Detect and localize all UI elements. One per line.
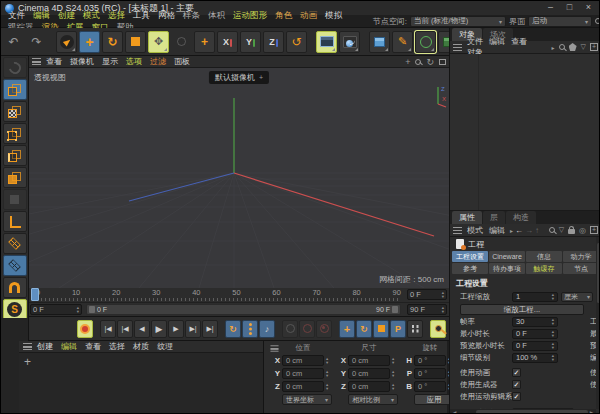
spinner-icon[interactable] — [442, 291, 444, 297]
up-icon[interactable]: ↑ — [535, 226, 539, 235]
add-material-button[interactable]: + — [19, 353, 263, 369]
record-keyframe-button[interactable] — [77, 320, 93, 338]
filter-icon[interactable]: ▽ — [559, 226, 564, 234]
expand-icon[interactable]: ▸ — [552, 44, 555, 51]
z-axis-lock-button[interactable]: Z — [263, 31, 284, 53]
om-menu-item[interactable]: 文件 — [464, 37, 486, 46]
track-icon[interactable]: ◎ — [579, 226, 586, 235]
point-mode-button[interactable] — [3, 123, 27, 144]
scale-field[interactable]: 1 — [512, 292, 558, 302]
filter-icon[interactable]: ▽ — [581, 43, 586, 51]
search-icon[interactable] — [559, 44, 565, 50]
am-menu-item[interactable]: 编辑 — [486, 226, 508, 235]
spinner-icon[interactable] — [552, 354, 554, 360]
spinner-icon[interactable] — [552, 342, 554, 348]
settings-tab[interactable]: 工程设置 — [452, 251, 488, 262]
enable-axis-button[interactable] — [3, 189, 27, 210]
render-view-button[interactable] — [316, 31, 337, 53]
prev-frame-button[interactable]: ◀ — [134, 320, 150, 338]
scale-unit-dropdown[interactable]: 厘米 — [561, 292, 593, 302]
timeline-ruler[interactable]: 0102030405060708090 0 F — [29, 288, 449, 303]
viewport-menu-item[interactable]: 显示 — [98, 57, 122, 66]
menu-item[interactable]: 模拟 — [321, 10, 346, 20]
last-used-tool-button[interactable]: ✥ — [148, 31, 169, 53]
checkbox[interactable] — [512, 380, 521, 389]
spinner-icon[interactable] — [326, 357, 332, 363]
spinner-icon[interactable] — [442, 306, 444, 312]
move-tool-button[interactable]: + — [79, 31, 100, 53]
tab[interactable]: 构造 — [506, 211, 536, 224]
rot-p-field[interactable]: 0 ° — [414, 368, 446, 379]
object-tree[interactable] — [450, 54, 600, 211]
row-field[interactable]: 30 — [512, 317, 558, 327]
playhead[interactable] — [31, 288, 39, 301]
play-button[interactable]: ▶ — [151, 320, 167, 338]
keyframe-pla-button[interactable] — [407, 320, 423, 338]
lock-workplane-button[interactable] — [3, 255, 27, 276]
viewport-menu-item[interactable]: 查看 — [42, 57, 66, 66]
keyframe-scale-button[interactable] — [373, 320, 389, 338]
om-hamburger-icon[interactable] — [453, 44, 462, 51]
close-button[interactable]: × — [580, 2, 597, 14]
menu-item[interactable]: 运动图形 — [229, 10, 271, 20]
axis-mode-button[interactable] — [3, 211, 27, 232]
goto-start-button[interactable]: |◀ — [100, 320, 116, 338]
interface-dropdown[interactable]: 启动 — [528, 16, 592, 27]
tab[interactable]: 层 — [483, 211, 505, 224]
material-menu-item[interactable]: 选择 — [105, 342, 129, 351]
menu-item[interactable]: 选择 — [104, 10, 129, 20]
keyframe-parameter-button[interactable]: P — [390, 320, 406, 338]
rot-b-field[interactable]: 0 ° — [414, 381, 446, 392]
viewport-hamburger-icon[interactable] — [32, 58, 41, 65]
menu-item[interactable]: 创建 — [54, 10, 79, 20]
settings-tab[interactable]: Cineware — [489, 251, 525, 262]
settings-tab[interactable]: 参考 — [452, 263, 488, 274]
spinner-icon[interactable] — [77, 306, 79, 312]
menu-item[interactable]: 模式 — [79, 10, 104, 20]
menu-item[interactable]: 体积 — [204, 10, 229, 20]
menu-item[interactable]: 工具 — [129, 10, 154, 20]
viewport-menu-item[interactable]: 过滤 — [146, 57, 170, 66]
range-start-field[interactable]: 0 F — [30, 304, 82, 315]
viewport-canvas[interactable]: 透视视图 默认摄像机+ 网格间距 : 500 cm Z X — [29, 68, 449, 288]
row-field[interactable]: 0 F — [512, 329, 558, 339]
menu-item[interactable]: 样条 — [179, 10, 204, 20]
undo-button[interactable]: ↶ — [3, 31, 24, 53]
om-menu-item[interactable]: 编辑 — [486, 37, 508, 46]
scroll-thumb[interactable] — [476, 410, 588, 414]
subdivision-surface-button[interactable] — [415, 31, 436, 53]
toggle-view-icon[interactable] — [439, 59, 446, 65]
record-position-button[interactable] — [299, 320, 315, 338]
new-window-icon[interactable] — [590, 226, 598, 234]
add-object-icon[interactable] — [590, 43, 598, 51]
current-frame-field[interactable]: 0 F — [407, 289, 447, 300]
rot-h-field[interactable]: 0 ° — [414, 355, 446, 366]
tab[interactable]: 属性 — [452, 211, 482, 224]
play-mode-button[interactable]: ↻ — [225, 320, 241, 338]
om-menu-item[interactable]: 查看 — [508, 37, 530, 46]
viewport-menu-item[interactable]: 摄像机 — [66, 57, 98, 66]
end-frame-field[interactable]: 90 F — [407, 304, 447, 315]
record-scale-button[interactable] — [316, 320, 332, 338]
prev-key-button[interactable]: |◀ — [117, 320, 133, 338]
keyframe-rotation-button[interactable]: ↻ — [356, 320, 372, 338]
row-field[interactable]: 100 % — [512, 353, 558, 363]
pos-z-field[interactable]: 0 cm — [282, 381, 324, 392]
search-icon[interactable] — [595, 18, 600, 24]
spinner-icon[interactable] — [552, 330, 554, 336]
search-icon[interactable] — [549, 227, 555, 233]
workplane-mode-button[interactable] — [3, 233, 27, 254]
x-axis-lock-button[interactable]: X — [217, 31, 238, 53]
rotate-view-icon[interactable]: ↻ — [426, 57, 434, 67]
axis-modify-button[interactable]: + — [194, 31, 215, 53]
next-frame-button[interactable]: ▶ — [168, 320, 184, 338]
size-z-field[interactable]: 0 cm — [348, 381, 390, 392]
settings-tab[interactable]: 动力学 — [563, 251, 599, 262]
sound-button[interactable]: ♪ — [259, 320, 275, 338]
simulate-button[interactable] — [171, 31, 192, 53]
make-editable-button[interactable] — [3, 57, 27, 78]
scroll-left-icon[interactable]: ◀ — [450, 409, 458, 414]
back-icon[interactable]: ← — [515, 226, 523, 235]
edge-mode-button[interactable] — [3, 145, 27, 166]
apply-button[interactable]: 应用 — [414, 394, 454, 405]
